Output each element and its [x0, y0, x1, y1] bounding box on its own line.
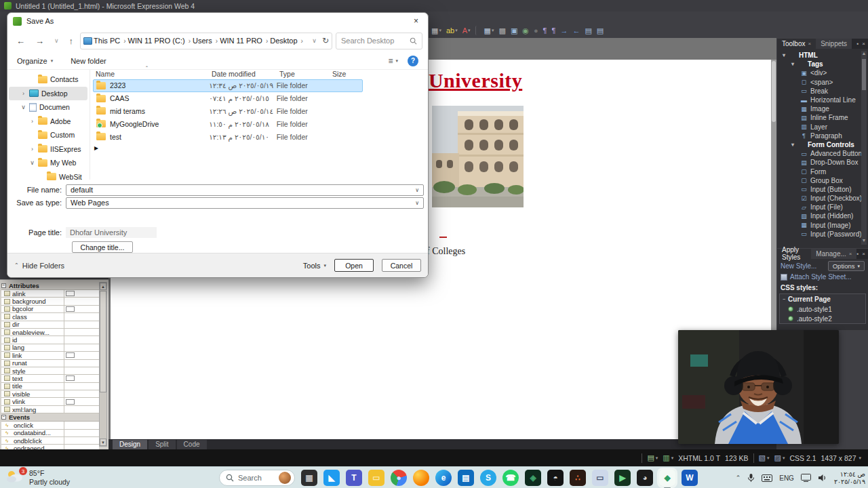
- toolbox-item[interactable]: ☑ Input (Checkbox): [780, 194, 868, 203]
- toolbox-item[interactable]: HTML: [780, 51, 868, 60]
- cancel-button[interactable]: Cancel: [382, 259, 421, 272]
- attach-stylesheet-link[interactable]: Attach Style Sheet...: [790, 273, 852, 281]
- view-mode-button[interactable]: ≡▾: [388, 56, 398, 66]
- contact-icon[interactable]: ◉ ▾: [521, 25, 530, 36]
- save-status-icon[interactable]: ▥▾: [663, 453, 673, 462]
- touch-keyboard-icon[interactable]: [762, 474, 772, 482]
- close-icon[interactable]: ×: [862, 41, 865, 47]
- title[interactable]: title: [1, 383, 99, 390]
- change-title-button[interactable]: Change title...: [72, 241, 133, 253]
- address-dropdown-icon[interactable]: ∨: [312, 37, 317, 44]
- toolbox-item[interactable]: ▦ Input (Image): [780, 221, 868, 230]
- cast-icon[interactable]: [801, 474, 811, 482]
- new-style-link[interactable]: New Style...: [781, 262, 816, 270]
- organize-button[interactable]: Organize▾: [17, 57, 53, 65]
- expander-icon[interactable]: ∨: [29, 159, 35, 166]
- options-button[interactable]: Options▾: [828, 261, 865, 271]
- taskbar-whatsapp-icon[interactable]: ☎: [502, 470, 519, 486]
- weather-widget[interactable]: 3 85°F Partly cloudy: [5, 468, 70, 487]
- taskbar-media-player-icon[interactable]: ▶: [614, 470, 631, 486]
- dir[interactable]: dir: [1, 321, 99, 329]
- speaker-icon[interactable]: [818, 474, 827, 482]
- breadcrumb-segment[interactable]: WIN 11 PRO (C:)›: [128, 37, 193, 45]
- tray-clock[interactable]: ص ١٢:٥٤ ٢٠٢٥/٠٥/١٩: [834, 470, 865, 485]
- close-icon[interactable]: ×: [849, 251, 852, 257]
- tree-item[interactable]: Contacts: [9, 73, 87, 87]
- color-swatch[interactable]: [66, 399, 75, 405]
- paragraph-rtl-icon[interactable]: ¶ ▾: [550, 25, 557, 36]
- toolbox-item[interactable]: ▦ Image: [780, 104, 868, 113]
- color-swatch[interactable]: [66, 352, 75, 358]
- refresh-icon[interactable]: ↻: [322, 36, 329, 45]
- taskbar-file-explorer-icon[interactable]: ▭: [368, 470, 384, 486]
- toolbox-item[interactable]: ▢ Form: [780, 167, 868, 176]
- alink[interactable]: alink: [1, 290, 99, 298]
- taskbar-dark-cat-app-icon[interactable]: ◓: [547, 470, 564, 486]
- visual-aids-icon[interactable]: ▧▾: [759, 453, 770, 462]
- toolbox-item[interactable]: ¶ Paragraph: [780, 131, 868, 140]
- toolbox-item[interactable]: ▭ Advanced Button: [780, 149, 868, 158]
- help-button[interactable]: ?: [408, 56, 418, 66]
- runat[interactable]: runat: [1, 360, 99, 367]
- color-swatch[interactable]: [66, 291, 75, 296]
- mid terams[interactable]: mid terams ٢٠٢٥/٠٥/١٤ ص ١٢:٢٦ File folde…: [93, 105, 363, 118]
- toolbox-item[interactable]: Form Controls: [780, 140, 868, 149]
- forward-button[interactable]: →: [32, 36, 47, 46]
- search-desktop-input[interactable]: Search Desktop: [336, 33, 422, 49]
- taskbar-chrome-icon[interactable]: ●: [391, 470, 407, 486]
- visible[interactable]: visible: [1, 390, 99, 398]
- taskbar-dark-green-app-icon[interactable]: ◈: [525, 470, 541, 486]
- chevron-down-icon[interactable]: ∨: [415, 200, 419, 206]
- color-swatch[interactable]: [66, 306, 75, 312]
- bgcolor[interactable]: bgcolor: [1, 306, 99, 313]
- open-button[interactable]: Open: [334, 259, 374, 272]
- MyGoogleDrive[interactable]: MyGoogleDrive ٢٠٢٥/٠٥/١٨ م ١١:٥٠ File fo…: [93, 117, 363, 130]
- css-style-item[interactable]: .auto-style1: [780, 304, 865, 314]
- language-indicator[interactable]: ENG: [779, 474, 794, 482]
- expander-icon[interactable]: ›: [29, 146, 35, 152]
- address-bar[interactable]: This PC› WIN 11 PRO (C:)› Users› WIN 11 …: [80, 33, 332, 49]
- file-name-input[interactable]: default ∨: [66, 184, 424, 196]
- pin-icon[interactable]: ▪: [856, 251, 859, 257]
- tab-toolbox[interactable]: Toolbox×: [777, 39, 816, 49]
- view-tab[interactable]: Code: [177, 440, 207, 449]
- taskbar-firefox-icon[interactable]: [413, 470, 429, 486]
- id[interactable]: id: [1, 336, 99, 344]
- link[interactable]: link: [1, 352, 99, 359]
- color-swatch[interactable]: [66, 375, 75, 381]
- column-type[interactable]: Type: [277, 70, 330, 79]
- taskbar-edge-icon[interactable]: e: [435, 470, 452, 486]
- toolbox-item[interactable]: ▭ Input (Button): [780, 185, 868, 194]
- xml:lang[interactable]: xml:lang: [1, 406, 99, 413]
- indent-right-icon[interactable]: → ▾: [559, 25, 569, 36]
- tree-item[interactable]: Custom: [9, 128, 87, 142]
- hide-folders-button[interactable]: ⌃ Hide Folders: [14, 262, 64, 270]
- attributes-section-header[interactable]: −Attributes: [1, 282, 99, 290]
- taskbar-sphere-app-icon[interactable]: ◕: [637, 470, 653, 486]
- close-icon[interactable]: ×: [862, 251, 865, 257]
- tree-item[interactable]: › Desktop: [9, 87, 87, 101]
- events-section-header[interactable]: −Events: [1, 413, 99, 422]
- 2323[interactable]: 2323 ٢٠٢٥/٠٥/١٩ ص ١٢:٣٤ File folder: [93, 79, 363, 92]
- toolbox-item[interactable]: ▣ <div>: [780, 68, 868, 77]
- tab-apply-styles[interactable]: Apply Styles: [777, 249, 811, 259]
- ondatabind...[interactable]: ϟ ondatabind...: [1, 430, 99, 437]
- tree-item[interactable]: ∨ Documen: [9, 100, 87, 115]
- ondragend[interactable]: ϟ ondragend: [1, 445, 99, 449]
- indent-left-icon[interactable]: ← ▾: [571, 25, 581, 36]
- up-button[interactable]: ↑: [66, 36, 77, 46]
- chevron-down-icon[interactable]: ∨: [415, 187, 419, 193]
- paragraph-ltr-icon[interactable]: ¶ ▾: [542, 25, 549, 36]
- breadcrumb-segment[interactable]: This PC›: [94, 37, 127, 45]
- start-button[interactable]: [197, 470, 213, 486]
- toolbar-separator[interactable]: ▾: [475, 26, 479, 35]
- tree-item[interactable]: › Adobe: [9, 115, 87, 129]
- status-page-dimensions[interactable]: 1437 x 827▾: [821, 454, 861, 462]
- toolbox-item[interactable]: Tags: [780, 60, 868, 68]
- taskbar-teams-icon[interactable]: T: [346, 470, 362, 486]
- dialog-close-button[interactable]: ×: [410, 16, 422, 26]
- tree-item[interactable]: › IISExpres: [9, 142, 87, 157]
- doc-b-icon[interactable]: ▤ ▾: [595, 25, 605, 36]
- breadcrumb-segment[interactable]: WIN 11 PRO›: [220, 37, 270, 45]
- taskbar-printer-icon[interactable]: ▭: [592, 470, 608, 486]
